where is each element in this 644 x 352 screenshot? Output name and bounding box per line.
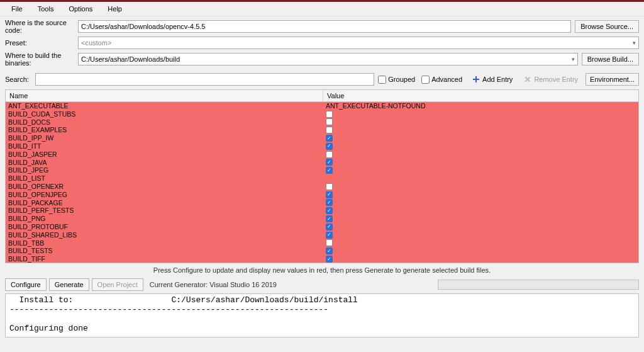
advanced-checkbox[interactable]: Advanced [421, 76, 465, 84]
grouped-checkbox[interactable]: Grouped [378, 76, 418, 84]
entry-value[interactable] [323, 183, 638, 190]
entry-name: BUILD_SHARED_LIBS [6, 231, 323, 239]
column-header-name[interactable]: Name [6, 90, 323, 101]
checkbox-icon[interactable] [326, 247, 333, 254]
table-row[interactable]: BUILD_TESTS [6, 247, 638, 255]
table-row[interactable]: BUILD_PROTOBUF [6, 223, 638, 231]
add-entry-button[interactable]: Add Entry [469, 74, 516, 84]
grouped-checkbox-input[interactable] [378, 76, 386, 84]
checkbox-icon[interactable] [326, 199, 333, 206]
checkbox-icon[interactable] [326, 224, 333, 230]
entry-value[interactable] [323, 207, 638, 214]
checkbox-icon[interactable] [326, 215, 333, 222]
configure-button[interactable]: Configure [5, 278, 47, 291]
chevron-down-icon: ▾ [572, 56, 575, 62]
entry-value[interactable] [323, 167, 638, 174]
checkbox-icon[interactable] [326, 143, 333, 150]
source-label: Where is the source code: [5, 19, 74, 34]
checkbox-icon[interactable] [326, 111, 333, 118]
checkbox-icon[interactable] [326, 118, 333, 125]
entry-value[interactable] [323, 135, 638, 142]
browse-source-button[interactable]: Browse Source... [575, 20, 639, 33]
table-row[interactable]: ANT_EXECUTABLEANT_EXECUTABLE-NOTFOUND [6, 102, 638, 110]
build-path-combo[interactable]: C:/Users/ashar/Downloads/build ▾ [78, 53, 578, 65]
entry-value[interactable] [323, 159, 638, 166]
hint-text: Press Configure to update and display ne… [0, 263, 644, 277]
entry-value[interactable] [323, 224, 638, 230]
entry-name: BUILD_TBB [6, 239, 323, 247]
checkbox-icon[interactable] [326, 239, 333, 246]
entry-value[interactable] [323, 199, 638, 206]
table-row[interactable]: BUILD_PERF_TESTS [6, 207, 638, 215]
x-icon [524, 76, 531, 83]
table-row[interactable]: BUILD_JASPER [6, 150, 638, 159]
entry-value[interactable] [323, 127, 638, 133]
table-row[interactable]: BUILD_JPEG [6, 166, 638, 174]
checkbox-icon[interactable] [326, 159, 333, 166]
entry-value[interactable] [323, 215, 638, 222]
menu-options[interactable]: Options [61, 3, 100, 14]
table-row[interactable]: BUILD_JAVA [6, 159, 638, 167]
entry-value[interactable] [323, 191, 638, 198]
source-path-input[interactable] [78, 20, 571, 33]
grouped-checkbox-label: Grouped [388, 76, 415, 83]
entry-value[interactable] [323, 239, 638, 246]
entry-name: BUILD_OPENEXR [6, 183, 323, 191]
remove-entry-label: Remove Entry [534, 76, 578, 83]
entry-value[interactable]: ANT_EXECUTABLE-NOTFOUND [323, 102, 638, 110]
entry-value[interactable] [323, 151, 638, 158]
checkbox-icon[interactable] [326, 207, 333, 214]
entry-value[interactable] [323, 111, 638, 118]
table-row[interactable]: BUILD_CUDA_STUBS [6, 110, 638, 118]
generate-button[interactable]: Generate [49, 278, 89, 291]
advanced-checkbox-input[interactable] [421, 76, 430, 84]
output-log[interactable]: Install to: C:/Users/ashar/Downloads/bui… [5, 293, 639, 338]
checkbox-icon[interactable] [326, 191, 333, 198]
table-header: Name Value [6, 90, 638, 102]
column-header-value[interactable]: Value [323, 90, 638, 101]
table-row[interactable]: BUILD_TBB [6, 239, 638, 247]
table-row[interactable]: BUILD_DOCS [6, 118, 638, 127]
checkbox-icon[interactable] [326, 151, 333, 158]
entry-name: BUILD_LIST [6, 174, 323, 183]
checkbox-icon[interactable] [326, 232, 333, 239]
entry-name: BUILD_TIFF [6, 255, 323, 263]
preset-combo[interactable]: <custom> ▾ [78, 37, 639, 49]
entry-value[interactable] [323, 247, 638, 254]
build-label: Where to build the binaries: [5, 52, 74, 67]
entry-value[interactable] [323, 256, 638, 263]
table-body[interactable]: ANT_EXECUTABLEANT_EXECUTABLE-NOTFOUNDBUI… [6, 102, 638, 263]
checkbox-icon[interactable] [326, 127, 333, 133]
checkbox-icon[interactable] [326, 135, 333, 142]
table-row[interactable]: BUILD_IPP_IW [6, 134, 638, 142]
entry-name: BUILD_PACKAGE [6, 199, 323, 207]
entry-value[interactable] [323, 143, 638, 150]
checkbox-icon[interactable] [326, 183, 333, 190]
menu-bar: File Tools Options Help [0, 2, 644, 16]
table-row[interactable]: BUILD_LIST [6, 174, 638, 183]
environment-button[interactable]: Environment... [586, 73, 639, 86]
table-row[interactable]: BUILD_TIFF [6, 255, 638, 263]
table-row[interactable]: BUILD_OPENJPEG [6, 191, 638, 199]
entry-value[interactable] [323, 232, 638, 239]
checkbox-icon[interactable] [326, 167, 333, 174]
chevron-down-icon: ▾ [633, 40, 636, 46]
table-row[interactable]: BUILD_PACKAGE [6, 199, 638, 207]
advanced-checkbox-label: Advanced [431, 76, 462, 83]
table-row[interactable]: BUILD_PNG [6, 215, 638, 223]
entry-name: BUILD_DOCS [6, 118, 323, 127]
menu-help[interactable]: Help [100, 3, 130, 14]
table-row[interactable]: BUILD_ITT [6, 142, 638, 150]
search-toolbar: Search: Grouped Advanced Add Entry Remov… [0, 71, 644, 89]
menu-file[interactable]: File [4, 3, 30, 14]
table-row[interactable]: BUILD_OPENEXR [6, 183, 638, 191]
menu-tools[interactable]: Tools [30, 3, 62, 14]
entry-name: BUILD_JAVA [6, 159, 323, 167]
entry-value[interactable] [323, 118, 638, 125]
entry-name: BUILD_IPP_IW [6, 134, 323, 142]
search-input[interactable] [35, 73, 374, 86]
table-row[interactable]: BUILD_SHARED_LIBS [6, 231, 638, 239]
browse-build-button[interactable]: Browse Build... [582, 53, 639, 65]
table-row[interactable]: BUILD_EXAMPLES [6, 126, 638, 134]
checkbox-icon[interactable] [326, 256, 333, 263]
